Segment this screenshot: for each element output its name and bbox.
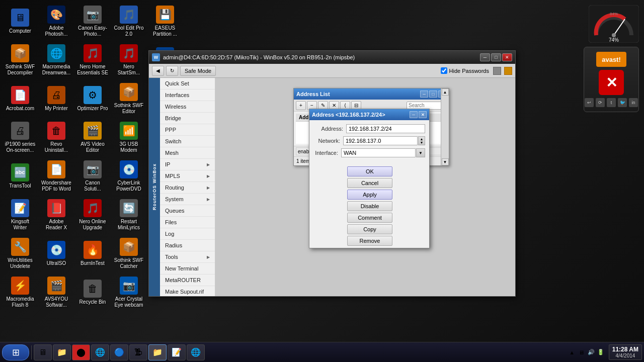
desktop-icon-optimizer[interactable]: ⚙ Optimizer Pro [75,80,110,118]
desktop-icon-acer-crystal[interactable]: 📷 Acer Crystal Eye webcam [111,274,146,311]
sidebar-item-ip[interactable]: IP ▶ [160,159,215,170]
apply-button[interactable]: Apply [347,190,392,200]
network-spin-up[interactable]: ▲ ▼ [418,136,425,145]
sidebar-item-make-supout[interactable]: Make Supout.rif [160,286,215,296]
desktop-icon-kingsoft[interactable]: 📝 Kingsoft Writer [3,196,38,234]
desktop-icon-cyberlink[interactable]: 💿 CyberLink PowerDVD [111,157,146,195]
sidebar-item-log[interactable]: Log [160,228,215,240]
desktop-icon-nero-online[interactable]: 🎵 Nero Online Upgrade [75,196,110,234]
comment-button[interactable]: Comment [347,213,392,223]
desktop-icon-wondershare[interactable]: 📄 Wondershare PDF to Word [39,157,74,195]
desktop-icon-sothink-swf2[interactable]: 📦 Sothink SWF Editor [111,80,146,118]
desktop-icon-cool-edit[interactable]: 🎵 Cool Edit Pro 2.0 [111,3,146,40]
tray-volume-icon[interactable]: 🔊 [587,348,595,356]
addr-add-button[interactable]: + [296,101,306,110]
sidebar-item-routing[interactable]: Routing ▶ [160,182,215,194]
avast-icon-3[interactable]: t [607,98,616,107]
winbox-maximize-button[interactable]: □ [491,53,501,61]
ok-button[interactable]: OK [347,166,392,176]
avast-icon-1[interactable]: ↩ [585,98,594,107]
desktop-icon-acrobat[interactable]: 📄 Acrobat.com [3,80,38,118]
copy-button[interactable]: Copy [347,224,392,234]
safe-mode-button[interactable]: Safe Mode [180,66,216,76]
interface-dropdown-button[interactable]: ▼ [416,148,425,157]
addr-scroll-down[interactable]: ▼ [442,158,449,165]
hide-passwords-checkbox[interactable] [441,67,447,74]
desktop-icon-3g-usb[interactable]: 📶 3G USB Modem [111,119,146,156]
clock[interactable]: 11:28 AM 4/4/2014 [609,344,642,360]
sidebar-item-radius[interactable]: Radius [160,240,215,251]
remove-button[interactable]: Remove [347,236,392,246]
sidebar-item-system[interactable]: System ▶ [160,194,215,205]
taskbar-btn-4[interactable]: 🌐 [91,344,109,360]
sidebar-item-quick-set[interactable]: Quick Set [160,78,215,89]
addr-scroll-up[interactable]: ▲ [442,88,449,96]
toolbar-back-button[interactable]: ◀ [152,66,164,76]
desktop-icon-nero-start[interactable]: 🎵 Nero StartSm... [111,41,146,79]
desktop-icon-winutil[interactable]: 🔧 WinUtilities Undelete [3,235,38,273]
sidebar-item-new-terminal[interactable]: New Terminal [160,263,215,275]
taskbar-btn-5[interactable]: 🔵 [110,344,128,360]
avast-icon-4[interactable]: 🐦 [618,98,627,107]
sidebar-item-bridge[interactable]: Bridge [160,113,215,124]
sidebar-item-tools[interactable]: Tools ▶ [160,251,215,263]
desktop-icon-easeus[interactable]: 💾 EASEUS Partition ... [147,3,183,40]
desktop-icon-photoshop[interactable]: 🎨 Adobe Photosh... [39,3,74,40]
sidebar-item-mesh[interactable]: Mesh [160,147,215,159]
taskbar-btn-8[interactable]: 📝 [168,344,186,360]
winbox-minimize-button[interactable]: ─ [480,53,490,61]
winbox-close-button[interactable]: ✕ [502,53,512,61]
tray-battery-icon[interactable]: 🔋 [597,348,605,356]
sidebar-item-interfaces[interactable]: Interfaces [160,89,215,101]
address-input[interactable] [346,124,425,133]
tray-network-icon[interactable]: 🖥 [578,348,586,356]
taskbar-btn-7[interactable]: 📁 [148,344,167,360]
desktop-icon-macromedia-flash[interactable]: ⚡ Macromedia Flash 8 [3,274,38,311]
desktop-icon-computer[interactable]: 🖥 Computer [3,3,38,40]
start-button[interactable]: ⊞ [2,344,29,360]
desktop-icon-my-printer[interactable]: 🖨 My Printer [39,80,74,118]
desktop-icon-avs4you[interactable]: 🎬 AVS4YOU Softwar... [39,274,74,311]
desktop-icon-nero-essentials[interactable]: 🎵 Nero Home Essentials SE [75,41,110,79]
sidebar-item-metarouter[interactable]: MetaROUTER [160,275,215,286]
taskbar-btn-2[interactable]: 📁 [53,344,71,360]
desktop-icon-sothink3[interactable]: 📦 Sothink SWF Catcher [111,235,146,273]
desktop-icon-transtool[interactable]: 🔤 TransTool [3,157,38,195]
desktop-icon-adobe-reader[interactable]: 📕 Adobe Reader X [39,196,74,234]
taskbar-btn-1[interactable]: 🖥 [34,344,52,360]
desktop-icon-canon-soluti[interactable]: 📷 Canon Soluti... [75,157,110,195]
sidebar-item-files[interactable]: Files [160,217,215,228]
desktop-icon-revo[interactable]: 🗑 Revo Uninstall... [39,119,74,156]
taskbar-btn-3[interactable]: ⬤ [72,344,90,360]
desktop-icon-iP1900[interactable]: 🖨 iP1900 series On-screen... [3,119,38,156]
sidebar-item-queues[interactable]: Queues [160,205,215,217]
tray-show-hidden[interactable]: ▲ [568,348,576,356]
sidebar-item-mpls[interactable]: MPLS ▶ [160,170,215,182]
addr-list-min-button[interactable]: ─ [420,90,428,98]
avast-icon-5[interactable]: in [629,98,638,107]
cancel-button[interactable]: Cancel [347,178,392,188]
toolbar-forward-button[interactable]: ↻ [166,66,178,76]
desktop-icon-canon-easy[interactable]: 📷 Canon Easy-Photo... [75,3,110,40]
desktop-icon-avs-video[interactable]: 🎬 AVS Video Editor [75,119,110,156]
desktop-icon-restart-mini[interactable]: 🔄 Restart MiniLyrics [111,196,146,234]
desktop-icon-ultra-iso[interactable]: 💿 UltraISO [39,235,74,273]
addr-edit-close-button[interactable]: ✕ [419,111,427,118]
disable-button[interactable]: Disable [347,201,392,211]
desktop-icon-recycle[interactable]: 🗑 Recycle Bin [75,274,110,311]
desktop-icon-dreamweaver[interactable]: 🌐 Macromedia Dreamwea... [39,41,74,79]
avast-icon-2[interactable]: ⟳ [596,98,605,107]
network-input[interactable] [343,136,418,145]
addr-scroll-bar[interactable]: ▲ ▼ [441,88,449,165]
addr-edit-min-button[interactable]: ─ [410,111,418,118]
interface-input[interactable] [341,148,416,157]
sidebar-item-switch[interactable]: Switch [160,136,215,147]
sidebar-item-ppp[interactable]: PPP [160,124,215,136]
addr-list-max-button[interactable]: □ [429,90,437,98]
desktop-icon-burnin[interactable]: 🔥 BurnInTest [75,235,110,273]
taskbar-btn-6[interactable]: 🗜 [129,344,147,360]
sidebar-item-wireless[interactable]: Wireless [160,101,215,113]
desktop-icon-sothink-swf[interactable]: 📦 Sothink SWF Decompiler [3,41,38,79]
taskbar-btn-9[interactable]: 🌐 [187,344,205,360]
avast-x-icon[interactable]: ✕ [599,70,624,95]
